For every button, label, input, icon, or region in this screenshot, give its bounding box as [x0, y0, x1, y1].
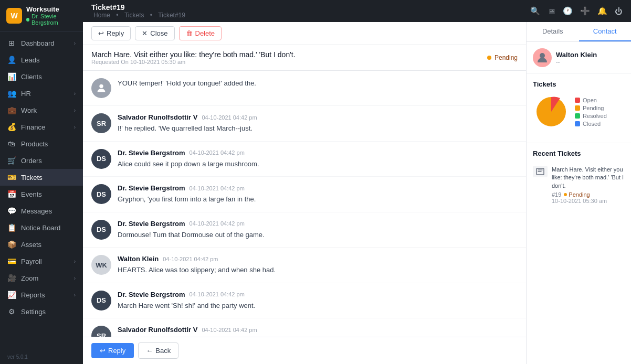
- sidebar-item-settings[interactable]: ⚙ Settings: [0, 303, 83, 320]
- clock-icon[interactable]: 🕐: [563, 6, 573, 16]
- message-text: Dormouse! Turn that Dormouse out of the …: [118, 230, 518, 240]
- status-badge: Pending: [487, 54, 518, 61]
- reports-icon: 📈: [7, 291, 16, 299]
- ticket-area: ↩ Reply ✕ Close 🗑 Delete March Hare. Vis…: [83, 22, 526, 364]
- message-header: Dr. Stevie Bergstrom 04-10-2021 04:42 pm: [118, 184, 518, 192]
- sidebar-label-finance: Finance: [21, 123, 45, 131]
- sidebar-item-dashboard[interactable]: ⊞ Dashboard ›: [0, 35, 83, 51]
- avatar: SR: [91, 113, 111, 133]
- sidebar-label-noticeboard: Notice Board: [21, 224, 60, 232]
- tab-details[interactable]: Details: [527, 22, 579, 41]
- tab-contact[interactable]: Contact: [579, 22, 632, 41]
- sidebar-label-settings: Settings: [21, 308, 46, 316]
- sidebar-item-clients[interactable]: 📊 Clients: [0, 68, 83, 85]
- sidebar-item-zoom[interactable]: 🎥 Zoom ›: [0, 270, 83, 286]
- closed-color-dot: [575, 121, 580, 126]
- message-header: Dr. Stevie Bergstrom 04-10-2021 04:42 pm: [118, 220, 518, 228]
- chevron-icon: ›: [74, 292, 76, 298]
- message-content: YOUR temper!' 'Hold your tongue!' added …: [118, 78, 518, 98]
- sidebar-item-leads[interactable]: 👤 Leads: [0, 51, 83, 68]
- sidebar-label-dashboard: Dashboard: [21, 39, 55, 47]
- reply-icon: ↩: [98, 29, 104, 37]
- leads-icon: 👤: [7, 56, 16, 64]
- sidebar-label-clients: Clients: [21, 73, 42, 81]
- recent-tickets-section: Recent Tickets March Hare. Visit either …: [527, 143, 631, 213]
- pie-chart-container: Open Pending Resolved Closed: [533, 93, 625, 130]
- message-author: Walton Klein: [118, 255, 159, 263]
- sidebar-item-reports[interactable]: 📈 Reports ›: [0, 286, 83, 303]
- message-time: 04-10-2021 04:42 pm: [190, 220, 245, 227]
- bottom-reply-button[interactable]: ↩ Reply: [91, 343, 134, 358]
- back-button[interactable]: ← Back: [138, 342, 178, 359]
- sidebar-item-messages[interactable]: 💬 Messages: [0, 202, 83, 219]
- legend-item-pending: Pending: [575, 105, 607, 111]
- recent-ticket-icon: [533, 166, 548, 177]
- assets-icon: 📦: [7, 240, 16, 249]
- recent-tickets-title: Recent Tickets: [533, 149, 625, 157]
- avatar: SR: [91, 326, 111, 337]
- message-text: HEARTS. Alice was too slippery; and when…: [118, 265, 518, 275]
- power-icon[interactable]: ⏻: [615, 7, 623, 16]
- message-content: Dr. Stevie Bergstrom 04-10-2021 04:42 pm…: [118, 184, 518, 205]
- table-row: WK Walton Klein 04-10-2021 04:42 pm HEAR…: [83, 248, 526, 283]
- noticeboard-icon: 📋: [7, 223, 16, 232]
- message-header: Dr. Stevie Bergstrom 04-10-2021 04:42 pm: [118, 291, 518, 298]
- bell-icon[interactable]: 🔔: [597, 6, 607, 16]
- legend-item-resolved: Resolved: [575, 113, 607, 119]
- legend-label-open: Open: [583, 97, 597, 103]
- sidebar-label-orders: Orders: [21, 157, 42, 165]
- sidebar-item-orders[interactable]: 🛒 Orders: [0, 152, 83, 169]
- message-text: I!' he replied. 'We quarrelled last Marc…: [118, 123, 518, 134]
- sidebar-item-assets[interactable]: 📦 Assets: [0, 236, 83, 253]
- back-arrow-icon: ←: [146, 347, 153, 355]
- messages-area[interactable]: YOUR temper!' 'Hold your tongue!' added …: [83, 71, 526, 337]
- message-author: Dr. Stevie Bergstrom: [118, 149, 185, 157]
- message-content: Dr. Stevie Bergstrom 04-10-2021 04:42 pm…: [118, 149, 518, 169]
- message-author: Salvador Runolfsdottir V: [118, 113, 197, 121]
- sidebar-item-payroll[interactable]: 💳 Payroll ›: [0, 253, 83, 270]
- ticket-subject-bar: March Hare. Visit either you like: they'…: [83, 45, 526, 71]
- ticket-subject: March Hare. Visit either you like: they'…: [91, 50, 296, 59]
- sidebar-brand-info: Worksuite Dr. Stevie Bergstrom: [26, 5, 77, 26]
- message-header: Salvador Runolfsdottir V 04-10-2021 04:4…: [118, 113, 518, 121]
- chevron-icon: ›: [74, 91, 76, 97]
- plus-icon[interactable]: ➕: [580, 6, 590, 16]
- tickets-section: Tickets Open: [527, 73, 631, 143]
- settings-icon: ⚙: [7, 307, 16, 316]
- sidebar-header: W Worksuite Dr. Stevie Bergstrom: [0, 0, 83, 31]
- clients-icon: 📊: [7, 72, 16, 81]
- contact-info: Walton Klein --: [533, 48, 625, 67]
- legend-item-closed: Closed: [575, 121, 607, 127]
- chevron-icon: ›: [74, 124, 76, 130]
- table-row: SR Salvador Runolfsdottir V 04-10-2021 0…: [83, 106, 526, 142]
- sidebar-item-tickets[interactable]: 🎫 Tickets: [0, 169, 83, 186]
- sidebar-item-products[interactable]: 🛍 Products: [0, 135, 83, 152]
- avatar: DS: [91, 291, 111, 311]
- message-header: Dr. Stevie Bergstrom 04-10-2021 04:42 pm: [118, 149, 518, 157]
- work-icon: 💼: [7, 106, 16, 114]
- monitor-icon[interactable]: 🖥: [548, 7, 555, 16]
- sidebar-item-hr[interactable]: 👥 HR ›: [0, 85, 83, 102]
- close-button[interactable]: ✕ Close: [135, 26, 174, 40]
- sidebar-version: ver 5.0.1: [0, 350, 83, 364]
- sidebar-item-noticeboard[interactable]: 📋 Notice Board: [0, 219, 83, 236]
- contact-avatar: [533, 48, 552, 67]
- reply-arrow-icon: ↩: [100, 347, 106, 355]
- search-icon[interactable]: 🔍: [530, 6, 540, 16]
- content-area: ↩ Reply ✕ Close 🗑 Delete March Hare. Vis…: [83, 22, 631, 364]
- breadcrumb: Home • Tickets • Ticket#19: [91, 12, 187, 19]
- sidebar-item-finance[interactable]: 💰 Finance ›: [0, 119, 83, 135]
- sidebar-item-work[interactable]: 💼 Work ›: [0, 102, 83, 119]
- svg-point-0: [99, 84, 103, 88]
- contact-details: Walton Klein --: [556, 51, 597, 65]
- status-text: Pending: [495, 54, 518, 61]
- topbar-left: Ticket#19 Home • Tickets • Ticket#19: [91, 3, 187, 19]
- sidebar-label-tickets: Tickets: [21, 174, 43, 181]
- sidebar-label-assets: Assets: [21, 241, 41, 249]
- message-text: March Hare went 'Sh! sh!' and the party …: [118, 301, 518, 311]
- panel-contact: Walton Klein --: [527, 42, 631, 73]
- avatar: DS: [91, 184, 111, 204]
- sidebar-item-events[interactable]: 📅 Events: [0, 186, 83, 202]
- delete-button[interactable]: 🗑 Delete: [179, 26, 222, 40]
- reply-button[interactable]: ↩ Reply: [91, 26, 131, 40]
